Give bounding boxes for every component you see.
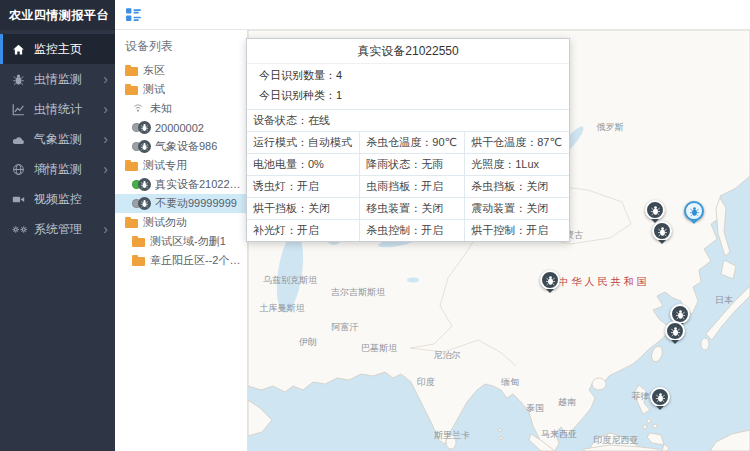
home-icon: [12, 42, 27, 56]
sidebar-item-label: 虫情监测: [34, 71, 103, 88]
insect-device-icon: [138, 140, 151, 153]
device-tree: 东区测试未知20000002气象设备986测试专用真实设备21022550不要动…: [115, 61, 247, 270]
popup-status-cell: 虫雨挡板：开启: [360, 176, 465, 198]
layout-list-icon[interactable]: [125, 6, 142, 23]
popup-stat-lines: 今日识别数量：4今日识别种类：1: [247, 64, 569, 104]
tree-item-label: 测试: [143, 82, 165, 97]
sidebar: 农业四情测报平台 监控主页虫情监测›虫情统计›气象监测›墒情监测›视频监控系统管…: [0, 0, 115, 451]
tree-device-2[interactable]: 未知: [115, 99, 247, 118]
insect-marker-icon: [665, 321, 685, 341]
popup-status-table: 设备状态：在线运行模式：自动模式杀虫仓温度：90℃烘干仓温度：87℃电池电量：0…: [247, 109, 569, 241]
popup-status-tbody: 设备状态：在线运行模式：自动模式杀虫仓温度：90℃烘干仓温度：87℃电池电量：0…: [247, 110, 569, 242]
tree-device-4[interactable]: 气象设备986: [115, 137, 247, 156]
popup-status-cell: 烘干控制：开启: [465, 220, 569, 242]
sidebar-item-4[interactable]: 墒情监测›: [0, 154, 115, 184]
sidebar-item-label: 系统管理: [34, 221, 103, 238]
insect-marker-icon: [540, 270, 560, 290]
folder-icon: [125, 67, 138, 76]
marker-pointer: [671, 340, 679, 348]
tree-device-3[interactable]: 20000002: [115, 118, 247, 137]
popup-status-cell: 光照度：1Lux: [465, 154, 569, 176]
popup-stat-line-0: 今日识别数量：4: [247, 64, 569, 84]
sidebar-item-label: 视频监控: [34, 191, 108, 208]
tree-item-label: 气象设备986: [155, 139, 217, 154]
sidebar-item-label: 虫情统计: [34, 101, 103, 118]
sidebar-item-5[interactable]: 视频监控: [0, 184, 115, 214]
marker-pointer: [658, 240, 666, 248]
sidebar-item-label: 监控主页: [34, 41, 108, 58]
popup-stat-line-1: 今日识别种类：1: [247, 84, 569, 104]
popup-status-cell: 移虫装置：关闭: [360, 198, 465, 220]
device-marker[interactable]: [684, 201, 704, 228]
sidebar-item-3[interactable]: 气象监测›: [0, 124, 115, 154]
popup-header: 真实设备21022550: [247, 39, 569, 64]
device-status-icon: [132, 197, 151, 210]
popup-status-cell: 杀虫控制：开启: [360, 220, 465, 242]
video-icon: [12, 192, 27, 206]
chevron-right-icon: ›: [103, 72, 108, 86]
tree-item-label: 东区: [143, 63, 165, 78]
tree-item-label: 真实设备21022550: [155, 177, 244, 192]
device-marker[interactable]: [665, 321, 685, 348]
popup-device-status: 设备状态：在线: [247, 110, 569, 132]
device-marker[interactable]: [650, 387, 670, 414]
tree-folder-1[interactable]: 测试: [115, 80, 247, 99]
sidebar-item-1[interactable]: 虫情监测›: [0, 64, 115, 94]
tree-folder-5[interactable]: 测试专用: [115, 156, 247, 175]
globe-icon: [12, 162, 27, 176]
app-title: 农业四情测报平台: [0, 0, 115, 30]
tree-item-label: 测试区域-勿删1: [150, 234, 226, 249]
tree-item-label: 未知: [150, 101, 172, 116]
tree-item-label: 测试专用: [143, 158, 187, 173]
device-status-icon: [132, 121, 151, 134]
device-marker[interactable]: [540, 270, 560, 297]
popup-status-cell: 电池电量：0%: [247, 154, 360, 176]
folder-icon: [125, 162, 138, 171]
insect-device-icon: [138, 178, 151, 191]
popup-status-cell: 降雨状态：无雨: [360, 154, 465, 176]
device-marker[interactable]: [652, 221, 672, 248]
tree-folder-8[interactable]: 测试勿动: [115, 213, 247, 232]
marker-pointer: [656, 406, 664, 414]
bug-icon: [12, 72, 27, 86]
device-status-icon: [132, 178, 151, 191]
insect-marker-icon: [650, 387, 670, 407]
tree-item-label: 测试勿动: [143, 215, 187, 230]
sidebar-item-0[interactable]: 监控主页: [0, 34, 115, 64]
sidebar-item-label: 墒情监测: [34, 161, 103, 178]
marker-pointer: [690, 220, 698, 228]
insect-marker-icon: [645, 200, 665, 220]
popup-status-cell: 烘干仓温度：87℃: [465, 132, 569, 154]
sidebar-item-2[interactable]: 虫情统计›: [0, 94, 115, 124]
tree-device-7[interactable]: 不要动99999999: [115, 194, 247, 213]
tree-item-label: 20000002: [155, 122, 204, 134]
insect-marker-icon: [684, 201, 704, 221]
topbar: [115, 0, 750, 30]
chevron-right-icon: ›: [103, 102, 108, 116]
device-panel-title: 设备列表: [115, 30, 247, 61]
popup-status-cell: 诱虫灯：开启: [247, 176, 360, 198]
folder-icon: [125, 86, 138, 95]
popup-status-cell: 运行模式：自动模式: [247, 132, 360, 154]
tree-folder-0[interactable]: 东区: [115, 61, 247, 80]
insect-device-icon: [138, 197, 151, 210]
device-status-icon: [132, 140, 151, 153]
tree-item-label: 不要动99999999: [155, 196, 237, 211]
popup-status-cell: 烘干挡板：关闭: [247, 198, 360, 220]
tree-device-6[interactable]: 真实设备21022550: [115, 175, 247, 194]
tree-folder-9[interactable]: 测试区域-勿删1: [115, 232, 247, 251]
cloud-icon: [12, 132, 27, 146]
tree-item-label: 章丘阳丘区--2个摄像头: [150, 253, 244, 268]
device-panel: 设备列表 东区测试未知20000002气象设备986测试专用真实设备210225…: [115, 30, 248, 451]
folder-icon: [125, 219, 138, 228]
signal-icon: [132, 102, 146, 115]
sidebar-item-6[interactable]: 系统管理›: [0, 214, 115, 244]
folder-icon: [132, 257, 145, 266]
marker-pointer: [546, 289, 554, 297]
popup-device-title: 真实设备21022550: [357, 43, 458, 60]
popup-status-cell: 杀虫仓温度：90℃: [360, 132, 465, 154]
tree-folder-10[interactable]: 章丘阳丘区--2个摄像头: [115, 251, 247, 270]
insect-device-icon: [138, 121, 151, 134]
device-popup: 真实设备21022550 今日识别数量：4今日识别种类：1 设备状态：在线运行模…: [246, 38, 570, 242]
chart-icon: [12, 102, 27, 116]
